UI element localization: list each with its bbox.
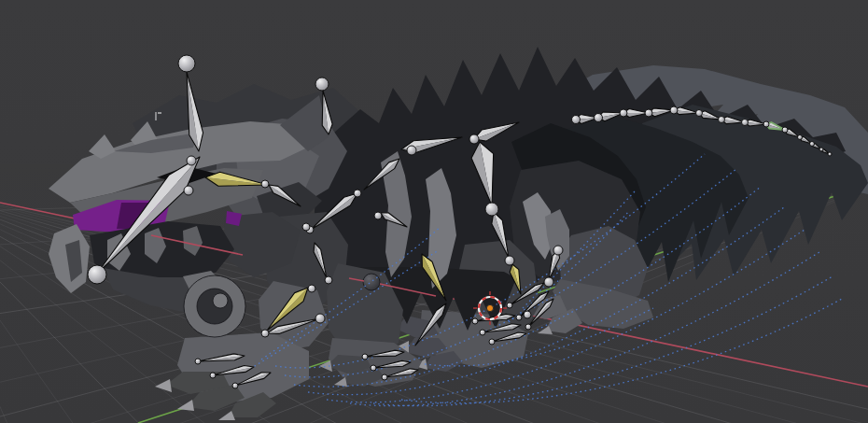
bone-joint-ball[interactable] — [472, 318, 478, 324]
bone-joint-ball[interactable] — [819, 148, 823, 151]
bone-joint-ball[interactable] — [525, 324, 531, 330]
bone-joint-ball[interactable] — [810, 142, 815, 147]
bone-joint-ball[interactable] — [232, 383, 238, 388]
bone-joint-ball[interactable] — [374, 212, 382, 219]
bone-joint-ball[interactable] — [742, 120, 749, 126]
bone-joint-ball[interactable] — [544, 277, 553, 287]
bone-joint-ball[interactable] — [88, 265, 106, 284]
bone-joint-ball[interactable] — [210, 373, 216, 378]
bone-joint-ball[interactable] — [308, 285, 315, 292]
cursor-center-dot — [486, 304, 493, 311]
bone-joint-ball[interactable] — [505, 256, 514, 265]
bone-joint-ball[interactable] — [696, 110, 703, 117]
bone-joint-ball[interactable] — [382, 374, 387, 380]
bone-joint-ball[interactable] — [507, 303, 512, 308]
bone-joint-ball[interactable] — [645, 109, 652, 117]
bone-joint-ball[interactable] — [595, 114, 603, 122]
bone-joint-ball[interactable] — [798, 135, 803, 140]
bone-joint-ball[interactable] — [763, 121, 769, 127]
bone-joint-ball[interactable] — [187, 156, 196, 165]
whisker-curl-center[interactable] — [213, 293, 228, 308]
bone-joint-ball[interactable] — [524, 311, 531, 318]
bone-joint-ball[interactable] — [354, 190, 361, 197]
bone-joint-ball[interactable] — [371, 365, 376, 371]
bone-joint-ball[interactable] — [485, 203, 498, 216]
mesh-sphere[interactable] — [363, 274, 380, 290]
bone-joint-ball[interactable] — [670, 106, 678, 114]
bone-joint-ball[interactable] — [184, 186, 193, 195]
bone-joint-ball[interactable] — [480, 330, 485, 335]
bone-joint-ball[interactable] — [469, 134, 479, 144]
bone-joint-ball[interactable] — [302, 223, 310, 231]
bone-joint-ball[interactable] — [489, 339, 495, 345]
bone-joint-ball[interactable] — [553, 246, 563, 255]
bone-joint-ball[interactable] — [315, 314, 325, 323]
bone-joint-ball[interactable] — [315, 78, 329, 91]
bone-joint-ball[interactable] — [261, 180, 269, 188]
bone-joint-ball[interactable] — [362, 354, 368, 360]
viewport-3d[interactable] — [0, 0, 868, 423]
bone-joint-ball[interactable] — [407, 146, 416, 155]
bone-joint-ball[interactable] — [325, 276, 332, 284]
scene-svg — [0, 0, 868, 423]
bone-joint-ball[interactable] — [572, 116, 581, 124]
bone-joint-ball[interactable] — [516, 315, 522, 320]
bone-joint-ball[interactable] — [782, 127, 788, 133]
bone-joint-ball[interactable] — [261, 330, 269, 337]
whisker-curl-inner[interactable] — [197, 289, 232, 324]
bone-joint-ball[interactable] — [719, 117, 725, 123]
bone-joint-ball[interactable] — [828, 152, 832, 156]
bone-joint-ball[interactable] — [195, 359, 201, 364]
bone-joint-ball[interactable] — [178, 55, 195, 72]
bone-joint-ball[interactable] — [620, 109, 627, 117]
